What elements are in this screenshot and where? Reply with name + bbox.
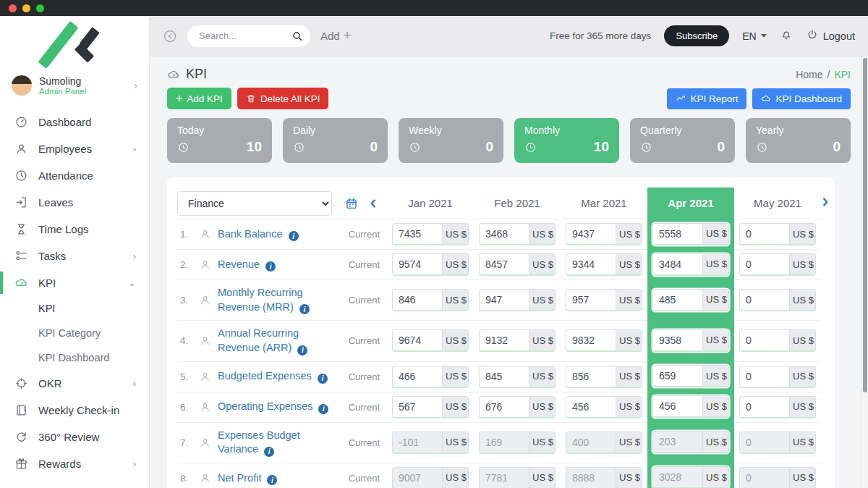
kpi-value-input[interactable] xyxy=(740,224,789,244)
vertical-scrollbar[interactable] xyxy=(861,56,868,488)
period-card-today[interactable]: Today10 xyxy=(167,118,272,163)
period-card-weekly[interactable]: Weekly0 xyxy=(399,118,503,163)
back-icon[interactable] xyxy=(163,29,177,43)
unit-suffix: US $ xyxy=(789,366,816,387)
sidebar-item-kpi[interactable]: KPI ⌄ xyxy=(0,269,149,296)
kpi-value-input[interactable] xyxy=(480,224,529,244)
quick-add-button[interactable]: Add + xyxy=(320,28,351,43)
sidebar-subitem-kpi[interactable]: KPI xyxy=(0,296,149,321)
period-card-quarterly[interactable]: Quarterly0 xyxy=(630,118,735,163)
kpi-name-link[interactable]: Expenses Budget Variance xyxy=(218,429,300,455)
kpi-value-input[interactable] xyxy=(393,254,442,274)
kpi-value-input[interactable] xyxy=(566,397,616,417)
kpi-value-input[interactable] xyxy=(480,330,529,350)
sidebar-item-dashboard[interactable]: Dashboard xyxy=(0,109,149,135)
info-icon[interactable] xyxy=(264,447,274,457)
sidebar-item-okr[interactable]: OKR › xyxy=(0,370,149,397)
chart-line-icon xyxy=(676,93,686,104)
kpi-value-input[interactable] xyxy=(393,224,442,244)
period-card-yearly[interactable]: Yearly0 xyxy=(746,118,851,163)
delete-all-kpi-button[interactable]: Delete All KPI xyxy=(237,88,329,109)
info-icon[interactable] xyxy=(265,261,276,272)
unit-suffix: US $ xyxy=(442,397,469,417)
kpi-value-input[interactable] xyxy=(480,290,529,310)
scrollbar-thumb[interactable] xyxy=(863,58,867,392)
sidebar-item-360-review[interactable]: 360° Review xyxy=(0,424,149,450)
kpi-name-link[interactable]: Budgeted Expenses xyxy=(218,370,315,382)
kpi-name-link[interactable]: Revenue xyxy=(218,258,263,270)
value-cell: US $ xyxy=(561,361,647,392)
sidebar-item-time-logs[interactable]: Time Logs xyxy=(0,216,149,243)
kpi-dashboard-button[interactable]: KPI Dashboard xyxy=(752,88,851,109)
kpi-value-input[interactable] xyxy=(653,224,702,244)
sidebar-item-weekly-check-in[interactable]: Weekly Check-in xyxy=(0,397,149,424)
kpi-name-link[interactable]: Bank Balance xyxy=(218,228,286,240)
period-card-daily[interactable]: Daily0 xyxy=(283,118,388,163)
kpi-value-input[interactable] xyxy=(566,290,616,310)
kpi-value-input[interactable] xyxy=(740,366,789,387)
value-cell: US $ xyxy=(647,249,734,279)
unit-suffix: US $ xyxy=(789,397,816,417)
kpi-value-input[interactable] xyxy=(653,366,702,386)
kpi-value-input[interactable] xyxy=(653,330,702,350)
search-input[interactable] xyxy=(199,30,286,41)
language-selector[interactable]: EN xyxy=(742,30,766,42)
info-icon[interactable] xyxy=(289,231,299,241)
sidebar-item-attendance[interactable]: Attendance xyxy=(0,162,149,189)
kpi-value-input[interactable] xyxy=(480,254,529,274)
sidebar-item-rewards[interactable]: Rewards › xyxy=(0,450,149,477)
kpi-value-input[interactable] xyxy=(740,290,789,310)
info-icon[interactable] xyxy=(297,345,307,356)
info-icon[interactable] xyxy=(318,374,328,384)
kpi-value-input[interactable] xyxy=(653,396,702,416)
kpi-name-link[interactable]: Net Profit xyxy=(218,472,264,484)
calendar-icon[interactable] xyxy=(345,197,358,210)
subscribe-button[interactable]: Subscribe xyxy=(664,25,729,46)
kpi-value-input[interactable] xyxy=(566,330,616,350)
kpi-value-input[interactable] xyxy=(740,254,789,274)
kpi-value-input[interactable] xyxy=(393,366,442,387)
sidebar-subitem-kpi-dashboard[interactable]: KPI Dashboard xyxy=(0,345,149,370)
kpi-name-link[interactable]: Monthly Recurring Revenue (MRR) xyxy=(218,287,303,313)
card-label: Quarterly xyxy=(640,125,725,136)
add-kpi-button[interactable]: + Add KPI xyxy=(167,88,231,109)
kpi-value-input[interactable] xyxy=(480,366,529,387)
kpi-value-input[interactable] xyxy=(653,290,702,310)
kpi-value-input[interactable] xyxy=(566,366,616,387)
kpi-value-input[interactable] xyxy=(393,397,442,417)
info-icon[interactable] xyxy=(267,475,277,485)
clock-icon xyxy=(177,141,190,153)
period-card-monthly[interactable]: Monthly10 xyxy=(514,118,619,163)
kpi-name-link[interactable]: Operating Expenses xyxy=(218,400,315,412)
row-number: 8. xyxy=(177,463,199,488)
sidebar-item-tasks[interactable]: Tasks › xyxy=(0,243,149,269)
value-cell: US $ xyxy=(647,279,734,320)
sidebar-subitem-kpi-category[interactable]: KPI Category xyxy=(0,321,149,345)
prev-month-chevron-icon[interactable] xyxy=(367,197,380,210)
category-select[interactable]: Finance xyxy=(177,191,332,216)
search-icon[interactable] xyxy=(292,30,303,42)
kpi-name-link[interactable]: Annual Recurring Revenue (ARR) xyxy=(218,327,299,353)
kpi-value-input[interactable] xyxy=(393,330,442,350)
notifications-bell-icon[interactable] xyxy=(780,28,793,44)
info-icon[interactable] xyxy=(299,304,310,314)
minimize-window-dot[interactable] xyxy=(22,4,30,12)
profile-switcher[interactable]: Sumoling Admin Panel › xyxy=(0,68,149,106)
kpi-value-input[interactable] xyxy=(740,330,789,350)
kpi-value-input[interactable] xyxy=(740,397,789,417)
kpi-value-input[interactable] xyxy=(566,254,616,274)
kpi-value-input[interactable] xyxy=(480,397,529,417)
kpi-value-input[interactable] xyxy=(653,254,702,274)
maximize-window-dot[interactable] xyxy=(36,4,44,12)
next-month-chevron-icon[interactable] xyxy=(819,195,832,209)
search-bar[interactable] xyxy=(187,25,310,47)
logout-button[interactable]: Logout xyxy=(806,28,855,43)
kpi-report-button[interactable]: KPI Report xyxy=(667,88,746,109)
sidebar-item-employees[interactable]: Employees › xyxy=(0,135,149,162)
kpi-value-input[interactable] xyxy=(566,224,616,244)
kpi-value-input[interactable] xyxy=(393,290,442,310)
close-window-dot[interactable] xyxy=(9,4,17,12)
breadcrumb-home[interactable]: Home xyxy=(796,69,822,80)
info-icon[interactable] xyxy=(318,404,328,414)
sidebar-item-leaves[interactable]: Leaves xyxy=(0,189,149,216)
